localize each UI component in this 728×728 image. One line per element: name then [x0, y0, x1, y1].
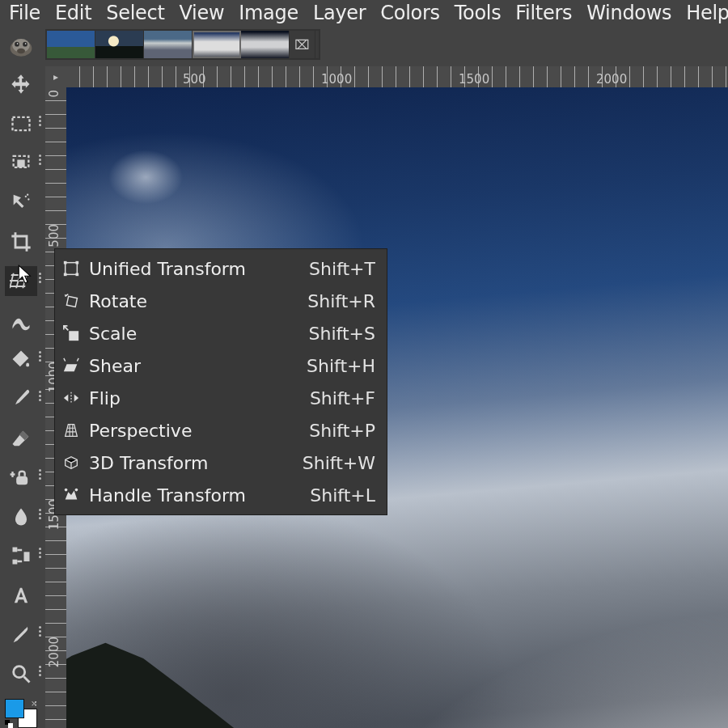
menu-item-accel: Shift+W [303, 453, 375, 473]
svg-rect-14 [13, 548, 18, 552]
svg-point-11 [28, 198, 29, 200]
menu-item-label: Unified Transform [89, 259, 303, 279]
ruler-h-label: 2000 [596, 72, 627, 87]
menu-layer[interactable]: Layer [306, 0, 373, 27]
svg-rect-9 [17, 160, 24, 167]
tool-smudge[interactable] [5, 502, 37, 532]
tool-rect-select[interactable] [5, 109, 37, 139]
menu-image[interactable]: Image [231, 0, 306, 27]
tool-color-picker[interactable] [5, 620, 37, 650]
menu-item-accel: Shift+F [310, 388, 375, 408]
menu-item-rotate[interactable]: Rotate Shift+R [55, 285, 387, 317]
menu-item-handle-transform[interactable]: Handle Transform Shift+L [55, 479, 387, 511]
menu-item-label: Scale [89, 324, 303, 344]
ruler-v-label: 500 [47, 224, 61, 248]
close-icon: ⌧ [294, 37, 309, 53]
menu-item-accel: Shift+S [309, 324, 375, 344]
svg-point-5 [25, 43, 27, 44]
tool-text[interactable] [5, 581, 37, 611]
document-tab-1[interactable] [47, 31, 95, 58]
svg-rect-22 [76, 273, 79, 277]
tool-fuzzy-select[interactable] [5, 188, 37, 218]
tool-path[interactable] [5, 541, 37, 571]
menu-item-unified-transform[interactable]: Unified Transform Shift+T [55, 252, 387, 285]
svg-rect-24 [69, 331, 78, 341]
svg-rect-7 [13, 117, 30, 130]
svg-rect-13 [16, 476, 28, 485]
document-tab-4[interactable] [193, 31, 241, 58]
svg-rect-19 [64, 261, 67, 265]
ruler-h-label: 1000 [321, 72, 352, 87]
menu-filters[interactable]: Filters [508, 0, 579, 27]
tool-eraser[interactable] [5, 423, 37, 453]
svg-point-3 [23, 42, 28, 47]
tool-crop[interactable] [5, 226, 37, 256]
menu-view[interactable]: View [172, 0, 232, 27]
menu-item-label: Shear [89, 356, 300, 376]
tool-paintbrush[interactable] [5, 384, 37, 414]
tool-clone[interactable] [5, 463, 37, 493]
menu-item-accel: Shift+H [307, 356, 375, 376]
svg-rect-18 [66, 263, 78, 275]
svg-rect-21 [64, 273, 67, 277]
handle-transform-icon [60, 484, 83, 506]
menu-help[interactable]: Help [679, 0, 728, 27]
svg-point-25 [65, 489, 68, 492]
ruler-horizontal[interactable]: 500 1000 1500 2000 [66, 66, 728, 87]
menu-item-accel: Shift+T [309, 259, 375, 279]
transform-tools-menu: Unified Transform Shift+T Rotate Shift+R… [54, 248, 387, 515]
tool-warp[interactable] [5, 306, 37, 336]
ruler-h-label: 500 [183, 72, 206, 87]
svg-rect-20 [76, 261, 79, 265]
swap-colors-icon[interactable]: ⤭ [31, 699, 37, 708]
tool-free-select[interactable] [5, 148, 37, 178]
document-tab-5[interactable] [241, 31, 290, 58]
menu-tools[interactable]: Tools [447, 0, 509, 27]
ruler-origin-toggle[interactable]: ▸ [45, 66, 66, 87]
menu-item-label: Perspective [89, 421, 303, 441]
menu-item-accel: Shift+R [307, 291, 375, 311]
menu-item-scale[interactable]: Scale Shift+S [55, 317, 387, 349]
ruler-v-label: 2000 [47, 637, 61, 667]
svg-rect-23 [66, 296, 77, 307]
menu-colors[interactable]: Colors [373, 0, 447, 27]
menu-item-perspective[interactable]: Perspective Shift+P [55, 414, 387, 447]
tool-move[interactable] [5, 70, 37, 99]
svg-point-17 [14, 667, 25, 678]
document-tab-3[interactable] [144, 31, 193, 58]
cube-3d-icon [60, 451, 83, 474]
app-logo-icon [2, 29, 40, 65]
menu-item-label: Rotate [89, 291, 301, 311]
unified-transform-icon [60, 257, 83, 280]
menu-item-shear[interactable]: Shear Shift+H [55, 349, 387, 382]
document-tab-2[interactable] [95, 31, 144, 58]
menu-item-3d-transform[interactable]: 3D Transform Shift+W [55, 447, 387, 479]
menu-windows[interactable]: Windows [579, 0, 679, 27]
menu-edit[interactable]: Edit [48, 0, 99, 27]
menu-item-accel: Shift+L [310, 485, 375, 506]
document-tabs: ⌧ [45, 29, 728, 65]
toolbox: ⤭ [0, 65, 42, 728]
tool-transform[interactable] [5, 266, 37, 296]
svg-point-2 [15, 42, 19, 47]
tool-zoom[interactable] [5, 659, 37, 689]
menu-item-accel: Shift+P [309, 421, 375, 441]
close-tab-button[interactable]: ⌧ [290, 31, 315, 58]
tool-bucket-fill[interactable] [5, 345, 37, 375]
svg-point-12 [27, 194, 28, 196]
menu-file[interactable]: File [2, 0, 48, 27]
menu-item-flip[interactable]: Flip Shift+F [55, 382, 387, 414]
color-chip[interactable]: ⤭ [5, 699, 37, 729]
foreground-color-swatch[interactable] [5, 699, 24, 718]
menu-select[interactable]: Select [99, 0, 171, 27]
default-colors-icon[interactable] [5, 720, 13, 728]
svg-rect-15 [13, 560, 18, 565]
svg-point-6 [17, 49, 25, 54]
menu-item-label: 3D Transform [89, 453, 296, 473]
svg-point-4 [17, 43, 19, 44]
ruler-h-label: 1500 [459, 72, 489, 87]
flip-icon [60, 387, 83, 409]
svg-point-10 [25, 196, 27, 197]
menu-bar: File Edit Select View Image Layer Colors… [0, 0, 728, 27]
scale-icon [60, 322, 83, 345]
